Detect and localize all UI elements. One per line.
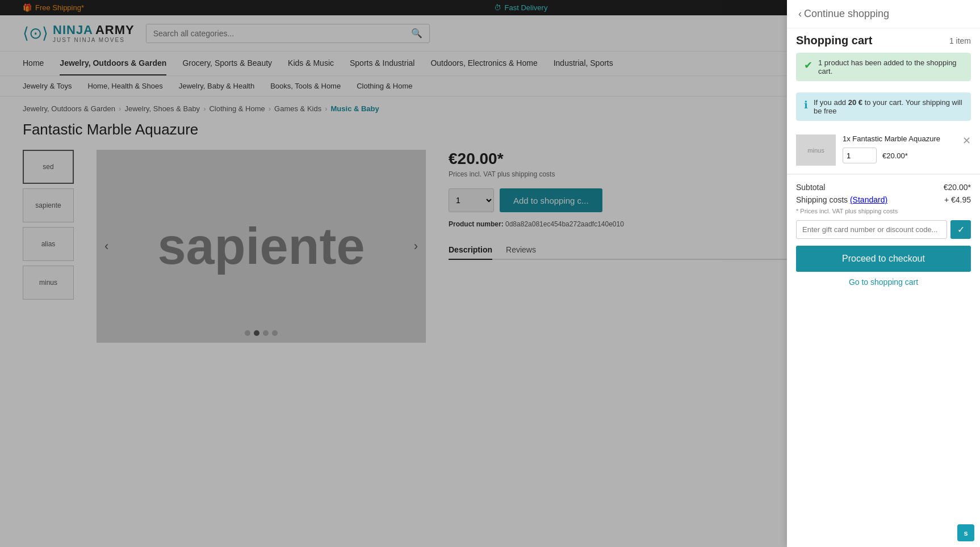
cart-item-remove-button[interactable]: ✕ — [962, 134, 971, 147]
shipping-link[interactable]: (Standard) — [850, 195, 887, 204]
cart-item-name: 1x Fantastic Marble Aquazure — [843, 134, 956, 143]
cart-totals: Subtotal €20.00* Shipping costs (Standar… — [787, 174, 980, 294]
continue-shopping-label: Continue shopping — [804, 8, 889, 20]
cart-info-notification: ℹ If you add 20 € to your cart. Your shi… — [796, 92, 971, 121]
continue-shopping-button[interactable]: ‹ Continue shopping — [798, 8, 889, 20]
cart-success-text: 1 product has been added to the shopping… — [818, 58, 963, 75]
cart-item-image: minus — [796, 134, 836, 166]
discount-apply-button[interactable]: ✓ — [950, 220, 971, 239]
subtotal-label: Subtotal — [796, 183, 825, 192]
discount-row: ✓ — [796, 220, 971, 239]
cart-item: minus 1x Fantastic Marble Aquazure €20.0… — [787, 127, 980, 174]
cart-panel-header: ‹ Continue shopping — [787, 0, 980, 28]
cart-price-note: * Prices incl. VAT plus shipping costs — [796, 208, 971, 214]
cart-item-count: 1 item — [949, 36, 971, 45]
cart-panel: ‹ Continue shopping Shopping cart 1 item… — [787, 0, 980, 365]
cart-success-notification: ✔ 1 product has been added to the shoppi… — [796, 53, 971, 81]
checkout-button[interactable]: Proceed to checkout — [796, 246, 971, 272]
cart-item-details: 1x Fantastic Marble Aquazure €20.00* — [843, 134, 956, 163]
shipping-row: Shipping costs (Standard) + €4.95 — [796, 195, 971, 204]
check-circle-icon: ✔ — [804, 59, 813, 71]
cart-item-qty-input[interactable] — [843, 148, 877, 163]
subtotal-value: €20.00* — [944, 183, 971, 192]
discount-input[interactable] — [796, 220, 947, 239]
cart-item-qty-row: €20.00* — [843, 148, 956, 163]
back-arrow-icon: ‹ — [798, 8, 802, 20]
cart-item-price: €20.00* — [882, 152, 908, 160]
info-icon: ℹ — [804, 99, 808, 111]
cart-panel-title: Shopping cart — [796, 34, 949, 47]
shipping-value: + €4.95 — [944, 195, 971, 204]
subtotal-row: Subtotal €20.00* — [796, 183, 971, 192]
cart-title-row: Shopping cart 1 item — [787, 28, 980, 47]
shipping-label: Shipping costs (Standard) — [796, 195, 887, 204]
go-to-cart-link[interactable]: Go to shopping cart — [796, 277, 971, 287]
cart-info-text: If you add 20 € to your cart. Your shipp… — [814, 98, 963, 115]
cart-info-amount: 20 € — [848, 98, 862, 107]
